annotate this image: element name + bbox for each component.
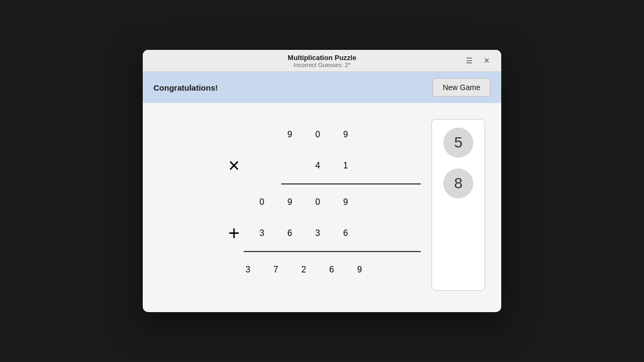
- mult-cell-3: 4: [304, 161, 332, 171]
- top-cell-3: 0: [304, 130, 332, 139]
- top-number-row: 9 0 9: [220, 119, 360, 150]
- res-cell-2: 7: [262, 265, 290, 275]
- new-game-button[interactable]: New Game: [433, 78, 491, 97]
- congratulations-message: Congratulations!: [153, 83, 218, 92]
- top-cell-4: 9: [332, 130, 360, 139]
- res-cell-4: 6: [318, 265, 346, 275]
- p1-cell-2: 9: [276, 197, 304, 207]
- digit-chip-8[interactable]: 8: [443, 168, 473, 198]
- multiplier-row: × 4 1: [220, 150, 360, 181]
- close-button[interactable]: ✕: [481, 55, 493, 66]
- app-window: Multiplication Puzzle Incorrect Guesses:…: [143, 50, 501, 312]
- p2-cell-3: 3: [304, 228, 332, 238]
- top-cell-2: 9: [276, 130, 304, 139]
- digit-chip-5[interactable]: 5: [443, 128, 473, 158]
- multiply-operator: ×: [220, 154, 248, 177]
- plus-operator: +: [220, 222, 248, 245]
- window-controls: ☰ ✕: [463, 55, 493, 66]
- res-cell-5: 9: [346, 265, 374, 275]
- mult-cell-4: 1: [332, 161, 360, 171]
- p1-cell-1: 0: [248, 197, 276, 207]
- window-subtitle: Incorrect Guesses: 2*: [288, 62, 356, 68]
- toolbar: Congratulations! New Game: [143, 72, 501, 103]
- result-row: 3 7 2 6 9: [206, 254, 374, 285]
- partial2-row: + 3 6 3 6: [220, 218, 360, 249]
- number-bank: 5 8: [431, 119, 485, 291]
- window-title: Multiplication Puzzle: [288, 54, 356, 62]
- p2-cell-4: 6: [332, 228, 360, 238]
- main-content: 9 0 9 × 4 1 0 9 0 9: [143, 103, 501, 312]
- p2-cell-1: 3: [248, 228, 276, 238]
- title-bar: Multiplication Puzzle Incorrect Guesses:…: [143, 50, 501, 72]
- res-cell-3: 2: [290, 265, 318, 275]
- puzzle-area: 9 0 9 × 4 1 0 9 0 9: [159, 119, 421, 285]
- res-cell-1: 3: [234, 265, 262, 275]
- p2-cell-2: 6: [276, 228, 304, 238]
- title-bar-center: Multiplication Puzzle Incorrect Guesses:…: [288, 54, 356, 68]
- partial1-row: 0 9 0 9: [220, 187, 360, 218]
- menu-button[interactable]: ☰: [463, 55, 475, 66]
- p1-cell-4: 9: [332, 197, 360, 207]
- p1-cell-3: 0: [304, 197, 332, 207]
